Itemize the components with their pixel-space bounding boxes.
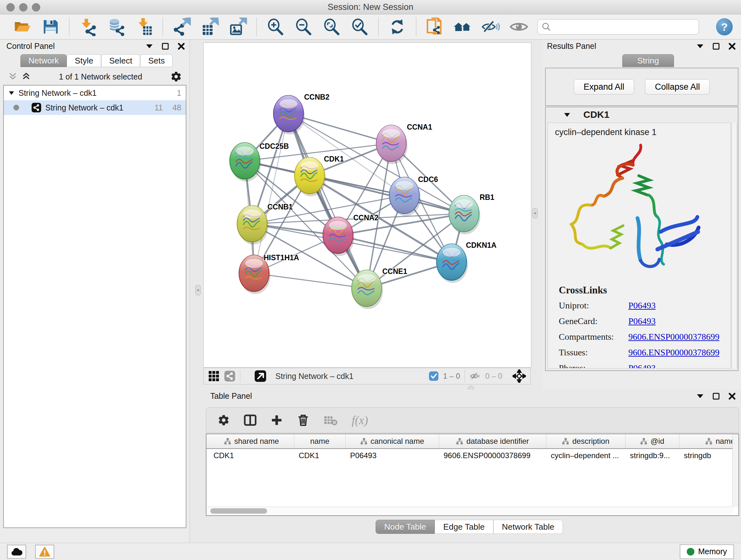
- search-input[interactable]: [554, 22, 694, 32]
- detach-view-icon[interactable]: [254, 370, 266, 382]
- delete-column-icon[interactable]: [297, 414, 310, 427]
- memory-button[interactable]: Memory: [680, 544, 734, 559]
- save-session-button[interactable]: [41, 17, 60, 37]
- hide-graphics-button[interactable]: [481, 17, 500, 37]
- warning-status-button[interactable]: [35, 545, 54, 559]
- pan-crosshair-icon[interactable]: [513, 369, 526, 383]
- column-header-canonical-name[interactable]: canonical name: [346, 434, 439, 448]
- float-panel-icon[interactable]: [145, 44, 153, 49]
- hidden-eye-slash-icon[interactable]: [469, 370, 481, 382]
- network-node-CDKN1A[interactable]: CDKN1A: [436, 241, 496, 283]
- section-expander-icon[interactable]: [563, 112, 570, 118]
- network-canvas[interactable]: CCNB2CCNA1CDC25BCDK1CDC6RB1CCNB1CCNA2CDK…: [203, 43, 531, 368]
- maximize-panel-icon[interactable]: [161, 43, 169, 50]
- collapse-networks-icon[interactable]: [8, 72, 17, 81]
- expand-networks-icon[interactable]: [22, 72, 30, 81]
- column-header-shared-name[interactable]: shared name: [209, 434, 294, 448]
- table-cell[interactable]: stringdb:9...: [625, 451, 679, 460]
- table-vertical-scrollbar[interactable]: [732, 434, 738, 507]
- double-home-button[interactable]: [453, 17, 472, 37]
- table-cell[interactable]: P06493: [346, 451, 439, 460]
- tab-string[interactable]: String: [622, 54, 674, 67]
- table-cell[interactable]: 9606.ENSP00000378699: [439, 451, 546, 460]
- network-node-RB1[interactable]: RB1: [449, 193, 494, 234]
- results-scrollbar[interactable]: [731, 123, 737, 368]
- table-row[interactable]: CDK1CDK1P064939606.ENSP00000378699cyclin…: [206, 449, 738, 462]
- table-horizontal-scrollbar[interactable]: [206, 507, 733, 515]
- expander-icon[interactable]: [8, 90, 15, 96]
- column-header--id[interactable]: @id: [625, 434, 679, 448]
- table-cell[interactable]: CDK1: [209, 451, 294, 460]
- maximize-panel-icon[interactable]: [712, 392, 720, 400]
- tab-sets[interactable]: Sets: [140, 54, 173, 67]
- expand-all-button[interactable]: Expand All: [574, 79, 634, 95]
- gear-icon[interactable]: [171, 71, 182, 82]
- column-header-database-identifier[interactable]: database identifier: [439, 434, 546, 448]
- import-network-database-button[interactable]: [107, 17, 126, 37]
- network-node-CCNE1[interactable]: CCNE1: [352, 267, 407, 309]
- tab-network-table[interactable]: Network Table: [493, 520, 563, 534]
- table-cell[interactable]: stringdb: [679, 451, 739, 460]
- zoom-fit-button[interactable]: [322, 17, 341, 37]
- crosslink-link[interactable]: P06493: [628, 363, 719, 368]
- column-header-name[interactable]: name: [294, 434, 346, 448]
- table-cell[interactable]: cyclin–dependent ...: [546, 451, 625, 460]
- help-button[interactable]: ?: [716, 18, 733, 36]
- export-image-button[interactable]: [228, 17, 247, 37]
- tab-edge-table[interactable]: Edge Table: [434, 520, 493, 534]
- show-columns-icon[interactable]: [244, 414, 257, 427]
- grid-view-icon[interactable]: [208, 370, 219, 382]
- cloud-status-button[interactable]: [7, 545, 26, 559]
- table-cell[interactable]: CDK1: [294, 451, 346, 460]
- zoom-selected-button[interactable]: [350, 17, 369, 37]
- scrollbar-thumb[interactable]: [210, 508, 267, 514]
- tab-select[interactable]: Select: [101, 54, 140, 67]
- crosslink-link[interactable]: P06493: [628, 316, 719, 326]
- tab-style[interactable]: Style: [67, 54, 101, 67]
- table-settings-gear-icon[interactable]: [218, 414, 230, 426]
- left-splitter-handle[interactable]: [195, 285, 201, 295]
- collapse-all-button[interactable]: Collapse All: [645, 79, 710, 95]
- network-node-CDK1[interactable]: CDK1: [294, 155, 344, 196]
- float-panel-icon[interactable]: [696, 393, 704, 399]
- crosslink-link[interactable]: 9606.ENSP00000378699: [628, 348, 719, 358]
- crosslink-link[interactable]: P06493: [628, 300, 719, 311]
- apply-layout-button[interactable]: [388, 17, 407, 37]
- close-panel-icon[interactable]: [178, 43, 185, 50]
- tab-network[interactable]: Network: [20, 54, 67, 67]
- string-network-graph[interactable]: CCNB2CCNA1CDC25BCDK1CDC6RB1CCNB1CCNA2CDK…: [204, 43, 531, 367]
- node-table[interactable]: shared namenamecanonical namedatabase id…: [206, 434, 739, 516]
- close-panel-icon[interactable]: [728, 43, 736, 50]
- selected-checkbox-icon[interactable]: [429, 371, 439, 381]
- zoom-in-button[interactable]: [266, 17, 285, 37]
- edge-count: 48: [172, 103, 181, 112]
- column-header-namespace[interactable]: namespace: [679, 434, 739, 448]
- network-node-CDC6[interactable]: CDC6: [389, 175, 438, 216]
- network-node-CCNA1[interactable]: CCNA1: [376, 123, 432, 164]
- open-session-button[interactable]: [13, 17, 32, 37]
- maximize-panel-icon[interactable]: [712, 43, 720, 50]
- add-column-icon[interactable]: [271, 414, 283, 426]
- zoom-out-button[interactable]: [294, 17, 313, 37]
- column-header-description[interactable]: description: [546, 434, 625, 448]
- right-splitter-handle[interactable]: [532, 208, 538, 219]
- save-icon: [42, 18, 59, 36]
- network-node-HIST1H1A[interactable]: HIST1H1A: [239, 253, 299, 294]
- network-node-CCNB1[interactable]: CCNB1: [237, 203, 293, 245]
- import-network-file-button[interactable]: [78, 17, 98, 37]
- gene-section-header[interactable]: CDK1: [546, 107, 738, 122]
- network-view-icon[interactable]: [224, 370, 235, 382]
- show-graphics-button[interactable]: [509, 17, 529, 37]
- export-network-button[interactable]: [172, 17, 191, 37]
- import-table-button[interactable]: [135, 17, 154, 37]
- network-row[interactable]: String Network – cdk1 11 48: [4, 100, 186, 115]
- export-table-button[interactable]: [200, 17, 219, 37]
- float-panel-icon[interactable]: [696, 44, 704, 49]
- crosslink-link[interactable]: 9606.ENSP00000378699: [628, 332, 719, 342]
- tab-node-table[interactable]: Node Table: [376, 520, 434, 534]
- network-node-CCNA2[interactable]: CCNA2: [323, 213, 379, 256]
- network-collection-row[interactable]: String Network – cdk1 1: [4, 85, 186, 100]
- close-panel-icon[interactable]: [728, 392, 736, 400]
- network-node-CCNB2[interactable]: CCNB2: [273, 93, 329, 134]
- new-network-from-selection-button[interactable]: [425, 17, 445, 37]
